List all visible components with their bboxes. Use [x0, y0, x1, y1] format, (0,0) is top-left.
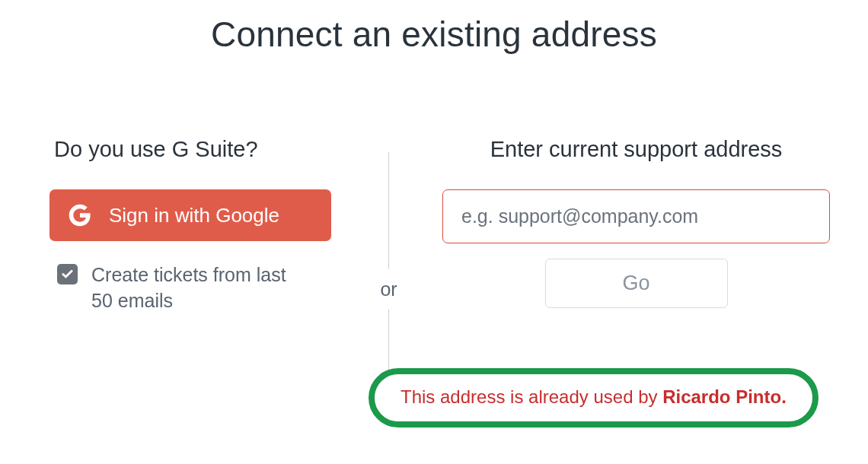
- gsuite-column: Do you use G Suite? Sign in with Google …: [23, 137, 388, 426]
- support-address-heading: Enter current support address: [442, 137, 830, 162]
- error-message: This address is already used by Ricardo …: [400, 386, 787, 407]
- go-button-wrap: Go: [442, 259, 830, 308]
- check-icon: [61, 268, 74, 281]
- page-title: Connect an existing address: [0, 0, 868, 55]
- create-tickets-checkbox-row: Create tickets from last 50 emails: [49, 262, 343, 314]
- create-tickets-checkbox[interactable]: [57, 264, 78, 284]
- error-user-name: Ricardo Pinto.: [662, 386, 787, 407]
- error-callout: This address is already used by Ricardo …: [369, 368, 819, 427]
- create-tickets-label: Create tickets from last 50 emails: [91, 262, 297, 314]
- go-button[interactable]: Go: [545, 259, 728, 308]
- support-email-input[interactable]: [442, 189, 830, 243]
- google-icon: [68, 203, 92, 227]
- google-button-label: Sign in with Google: [109, 204, 279, 227]
- or-label: or: [374, 269, 403, 310]
- gsuite-heading: Do you use G Suite?: [49, 137, 343, 162]
- sign-in-with-google-button[interactable]: Sign in with Google: [49, 189, 331, 241]
- error-prefix: This address is already used by: [400, 386, 662, 407]
